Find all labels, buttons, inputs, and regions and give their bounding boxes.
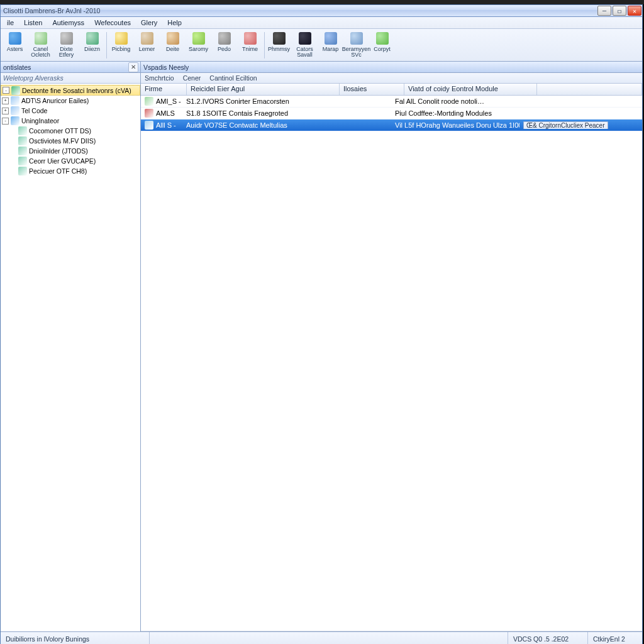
toolbar-button[interactable]: Beramyyen SVc [343,30,369,61]
column-header[interactable] [537,84,642,95]
cell-desc: S1.2.IVORS Conirter Emacorsten [182,97,331,105]
toolbar-button[interactable]: Saromy [186,30,211,61]
cell-viatd: Vil L5f HOrahg Wanueiles Doru Ulza 1I00l… [391,121,519,129]
column-header[interactable]: Ilosaies [340,84,404,95]
toolbar-button[interactable]: Picbing [108,30,134,61]
tree-item[interactable]: +ADT\S Anuricor Eailes) [1,96,140,106]
column-header[interactable]: Viatd of coidy Eontrol Module [404,84,537,95]
toolbar-button[interactable]: Cators Savall [292,30,318,61]
menu-item[interactable]: Listen [19,19,47,26]
tree-item[interactable]: Dnioilnlder (JTODS) [1,146,140,156]
toolbar-icon [218,32,231,45]
toolbar-button[interactable]: Asters [2,30,28,61]
expand-icon[interactable]: + [2,97,9,104]
toolbar-label: Asters [7,47,23,52]
maximize-button[interactable]: ◻ [613,6,626,16]
tree-spacer [11,148,16,154]
minimize-button[interactable]: ─ [597,6,611,16]
left-panel-tab[interactable]: Weletoprg Alverasks [1,73,140,84]
table-row[interactable]: Alll S -Auidr VO7SE Contwatc MeltuliasVi… [141,119,642,131]
row-icon [145,109,153,118]
subtoolbar-item[interactable]: Cener [183,74,201,82]
tree-view: -Dectonte fine Sosatci Inetvonrs (cVA)+A… [1,84,140,631]
collapse-icon[interactable]: - [3,87,9,94]
collapse-icon[interactable]: - [2,118,9,125]
toolbar-label: Dixte Etfery [54,47,79,58]
toolbar-label: Deite [166,47,179,52]
toolbar-icon [273,32,286,45]
panel-close-icon[interactable]: ✕ [128,62,138,72]
left-panel-title: ontislates [3,64,128,71]
column-header[interactable]: Firme [141,84,187,95]
column-header[interactable]: Reicidel Eier Agul [187,84,340,95]
menu-item[interactable]: Glery [136,19,162,26]
toolbar-separator [106,32,107,58]
tree-node-icon [18,167,27,175]
table-row[interactable]: AMLSS1.8 1SOITE Contais FraegrotedPiul C… [141,108,642,119]
toolbar-button[interactable]: Pedo [211,30,237,61]
toolbar-icon [350,32,363,45]
tree-item[interactable]: Ceorr Uier GVUCAPE) [1,156,140,166]
toolbar-label: Lemer [139,47,155,52]
toolbar-icon [35,32,47,45]
toolbar-label: Picbing [112,47,131,52]
left-panel-header: ontislates ✕ [1,62,140,73]
tree-node-icon [11,116,19,125]
expand-icon[interactable]: + [2,108,9,114]
cell-name: AMLS [156,109,175,117]
subtoolbar-item[interactable]: Cantinol Eciltion [209,74,257,82]
tree-item[interactable]: +Tel Code [1,106,140,116]
menu-item[interactable]: Help [162,19,187,26]
toolbar-button[interactable]: Marap [318,30,343,61]
toolbar-label: Corpyt [374,47,391,52]
toolbar-label: Beramyyen SVc [342,47,371,58]
toolbar-button[interactable]: Tnime [237,30,263,61]
cell-name: AMI_S - [156,97,181,105]
status-mid: VDCS Q0 .5 .2E02 [508,632,588,644]
toolbar-label: Tnime [242,47,258,52]
tree-node-label: Dectonte fine Sosatci Inetvonrs (cVA) [22,87,131,94]
menu-item[interactable]: Autiemyss [47,19,89,26]
toolbar-button[interactable]: Canel Ocletch [28,30,53,61]
tree-node-label: UningInateor [21,117,59,125]
tree-spacer [11,138,16,144]
toolbar-icon [325,32,337,45]
tree-item[interactable]: Pecicuer OTF CH8) [1,166,140,176]
status-bar: Duibiliorrs in lVolory Bunings VDCS Q0 .… [1,631,642,644]
menu-item[interactable]: ile [2,19,19,26]
right-panel: Vspadis Neesly SmchrtcioCenerCantinol Ec… [141,62,642,631]
cell-extra: Œ& CrgitornClucliex Peacer [519,121,642,129]
toolbar-icon [167,32,179,45]
tree-node-icon [11,96,19,105]
toolbar-button[interactable]: Corpyt [369,30,395,61]
row-icon [145,97,153,106]
tree-node-icon [18,147,27,155]
tree-item[interactable]: -Dectonte fine Sosatci Inetvonrs (cVA) [1,85,140,96]
toolbar: AstersCanel OcletchDixte EtferyDiieznPic… [1,29,642,62]
right-panel-title: Vspadis Neesly [143,64,189,71]
row-action-button[interactable]: Œ& CrgitornClucliex Peacer [523,121,608,129]
cell-viatd: Fal AlL Conolit roode notoli… [391,97,519,105]
tree-item[interactable]: -UningInateor [1,116,140,126]
toolbar-button[interactable]: Lemer [134,30,160,61]
toolbar-button[interactable]: Deite [160,30,186,61]
close-button[interactable]: ✕ [628,6,641,16]
table-row[interactable]: AMI_S -S1.2.IVORS Conirter EmacorstenFal… [141,96,642,108]
tree-item[interactable]: Cocomoner OTT DS) [1,126,140,136]
menu-item[interactable]: Wefecoutes [89,19,136,26]
toolbar-button[interactable]: Phmmsy [266,30,292,61]
tree-node-icon [11,106,19,115]
tree-item[interactable]: Osctiviotes M.FV DIIS) [1,136,140,146]
tree-node-icon [18,136,27,145]
toolbar-icon [141,32,153,45]
toolbar-label: Phmmsy [268,47,290,52]
row-icon [145,121,153,130]
status-left: Duibiliorrs in lVolory Bunings [1,632,150,644]
toolbar-button[interactable]: Diiezn [79,30,105,61]
toolbar-button[interactable]: Dixte Etfery [53,30,79,61]
toolbar-icon [192,32,205,45]
title-bar[interactable]: Clisotti Dambrens-Br AvJnl -2010 ─ ◻ ✕ [1,5,642,17]
tree-node-label: Osctiviotes M.FV DIIS) [29,137,96,145]
subtoolbar-item[interactable]: Smchrtcio [145,74,174,82]
toolbar-label: Canel Ocletch [28,47,53,58]
